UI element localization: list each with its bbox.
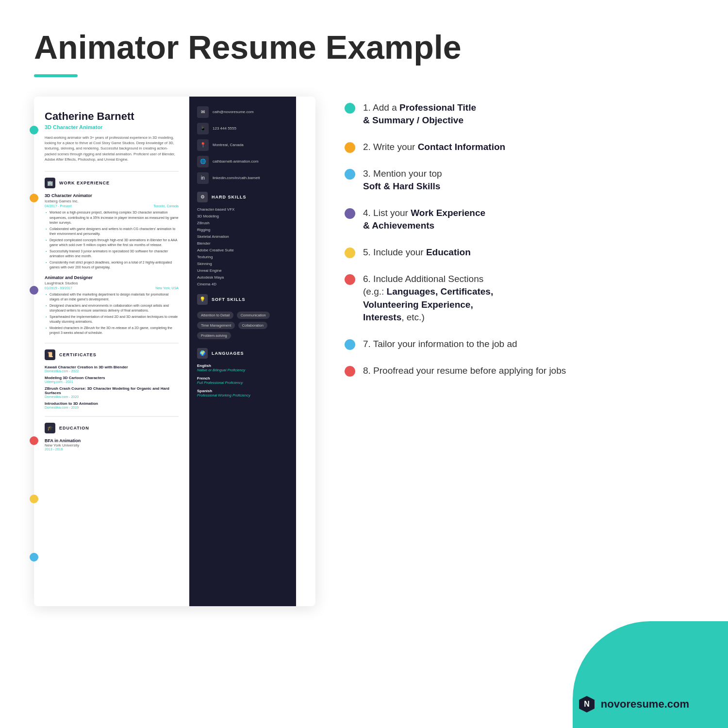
job-1-bullet-3: Depicted complicated concepts through hi…	[45, 238, 179, 248]
job-1-bullet-5: Consistently met strict project deadline…	[45, 260, 179, 270]
email-text: cath@novoresume.com	[213, 110, 254, 114]
tip-7: 7. Tailor your information to the job ad	[345, 338, 679, 351]
resume-summary: Hard-working animator with 3+ years of p…	[45, 135, 179, 162]
tip-2: 2. Write your Contact Information	[345, 141, 679, 154]
job-1-title: 3D Character Animator	[45, 193, 179, 198]
resume-left-panel: Catherine Barnett 3D Character Animator …	[34, 97, 189, 606]
soft-skills-icon: 💡	[197, 294, 208, 305]
work-experience-title: WORK EXPERIENCE	[59, 181, 110, 185]
edu-1: BFA in Animation New York University 201…	[45, 438, 179, 451]
job-2-title: Animator and Designer	[45, 275, 179, 280]
tip-4-text: 4. List your Work Experience& Achievemen…	[363, 207, 485, 232]
soft-skill-3: Collaboration	[238, 322, 267, 329]
title-bold: Resume Example	[188, 29, 461, 66]
title-area: Animator Resume Example	[34, 29, 694, 77]
languages-title: LANGUAGES	[212, 351, 244, 356]
hard-skill-3: Rigging	[197, 228, 288, 232]
job-1: 3D Character Animator Iceberg Games Inc.…	[45, 193, 179, 270]
location-icon: 📍	[197, 139, 209, 151]
job-1-bullet-4: Successfully trained 3 junior animators …	[45, 249, 179, 259]
hard-skill-0: Character-based VFX	[197, 207, 288, 212]
page-title: Animator Resume Example	[34, 29, 694, 66]
tip-8: 8. Proofread your resume before applying…	[345, 364, 679, 378]
hard-skill-1: 3D Modeling	[197, 214, 288, 218]
resume-name: Catherine Barnett	[45, 110, 179, 123]
side-dot-1	[30, 126, 38, 134]
tip-3-text: 3. Mention your topSoft & Hard Skills	[363, 167, 442, 193]
tip-4: 4. List your Work Experience& Achievemen…	[345, 207, 679, 232]
certificates-icon: 📜	[45, 349, 55, 360]
tip-6-text: 6. Include Additional Sections(e.g.: Lan…	[363, 273, 493, 324]
cert-3: ZBrush Crash Course: 3D Character Modeli…	[45, 386, 179, 398]
contact-website: 🌐 cathbarnett-animation.com	[197, 156, 288, 167]
lang-2: Spanish Professional Working Proficiency	[197, 389, 288, 397]
svg-text:N: N	[584, 700, 590, 708]
work-experience-header: 🏢 WORK EXPERIENCE	[45, 171, 179, 188]
job-2-company: Laughtrack Studios	[45, 281, 179, 285]
website-text: cathbarnett-animation.com	[213, 159, 259, 164]
hard-skill-8: Skinning	[197, 262, 288, 266]
contact-linkedin: in linkedin.com/in/cath.barnett	[197, 172, 288, 184]
tip-8-text: 8. Proofread your resume before applying…	[363, 364, 566, 378]
hard-skills-list: Character-based VFX 3D Modeling ZBrush R…	[197, 207, 288, 286]
main-container: Animator Resume Example Catherine Barnet…	[0, 0, 728, 626]
hard-skills-header: ⚙ HARD SKILLS	[197, 192, 288, 202]
hard-skills-icon: ⚙	[197, 192, 208, 202]
job-2-bullet-3: Spearheaded the implementation of mixed …	[45, 314, 179, 325]
website-icon: 🌐	[197, 156, 209, 167]
resume-wrapper: Catherine Barnett 3D Character Animator …	[34, 97, 315, 606]
work-experience-icon: 🏢	[45, 178, 55, 188]
resume-job-title: 3D Character Animator	[45, 124, 179, 130]
cert-1: Kawaii Character Creation in 3D with Ble…	[45, 365, 179, 373]
languages-list: English Native or Bilingual Proficiency …	[197, 364, 288, 397]
brand-logo-icon: N	[578, 695, 596, 713]
hard-skill-6: Adobe Creative Suite	[197, 248, 288, 252]
contact-phone: 📱 123 444 5555	[197, 123, 288, 134]
lang-0: English Native or Bilingual Proficiency	[197, 364, 288, 372]
tip-8-dot	[345, 366, 355, 377]
job-2-bullet-4: Modeled characters in ZBrush for the 3D …	[45, 326, 179, 336]
hard-skill-10: Autodesk Maya	[197, 275, 288, 280]
tip-2-dot	[345, 142, 355, 153]
tip-3: 3. Mention your topSoft & Hard Skills	[345, 167, 679, 193]
contact-email: ✉ cath@novoresume.com	[197, 106, 288, 118]
tip-5: 5. Include your Education	[345, 246, 679, 259]
side-dot-5	[30, 495, 38, 503]
side-dot-2	[30, 194, 38, 202]
tip-4-dot	[345, 208, 355, 219]
side-dot-3	[30, 286, 38, 295]
soft-skills-header: 💡 SOFT SKILLS	[197, 294, 288, 305]
education-header: 🎓 EDUCATION	[45, 416, 179, 433]
hard-skill-5: Blender	[197, 241, 288, 246]
certificates-header: 📜 CERTIFICATES	[45, 343, 179, 360]
hard-skills-title: HARD SKILLS	[212, 195, 247, 199]
linkedin-text: linkedin.com/in/cath.barnett	[213, 176, 260, 180]
tip-1-text: 1. Add a Professional Title& Summary / O…	[363, 101, 476, 127]
hard-skill-11: Cinema 4D	[197, 282, 288, 286]
soft-skills-title: SOFT SKILLS	[212, 297, 246, 302]
hard-skill-2: ZBrush	[197, 221, 288, 225]
brand-area: N novoresume.com	[578, 695, 689, 713]
languages-icon: 🌍	[197, 348, 208, 359]
hard-skill-7: Texturing	[197, 255, 288, 259]
tips-panel: 1. Add a Professional Title& Summary / O…	[330, 97, 694, 606]
resume-right-panel: ✉ cath@novoresume.com 📱 123 444 5555 📍 M…	[189, 97, 296, 606]
linkedin-icon: in	[197, 172, 209, 184]
resume-card: Catherine Barnett 3D Character Animator …	[34, 97, 315, 606]
tip-1: 1. Add a Professional Title& Summary / O…	[345, 101, 679, 127]
tip-7-dot	[345, 339, 355, 350]
tip-3-dot	[345, 169, 355, 180]
cert-4: Introduction to 3D Animation Domestika.c…	[45, 401, 179, 409]
job-1-date: 04/2017 - Present Toronto, Canada	[45, 204, 179, 208]
job-1-company: Iceberg Games Inc.	[45, 199, 179, 203]
tip-6: 6. Include Additional Sections(e.g.: Lan…	[345, 273, 679, 324]
languages-header: 🌍 LANGUAGES	[197, 348, 288, 359]
brand-name: novoresume.com	[601, 698, 689, 711]
title-light: Animator	[34, 29, 188, 66]
hard-skill-4: Skeletal Animation	[197, 234, 288, 239]
job-1-bullet-2: Collaborated with game designers and wri…	[45, 227, 179, 237]
education-icon: 🎓	[45, 423, 55, 433]
phone-text: 123 444 5555	[213, 126, 236, 131]
soft-skill-2: Time Management	[197, 322, 235, 329]
email-icon: ✉	[197, 106, 209, 118]
